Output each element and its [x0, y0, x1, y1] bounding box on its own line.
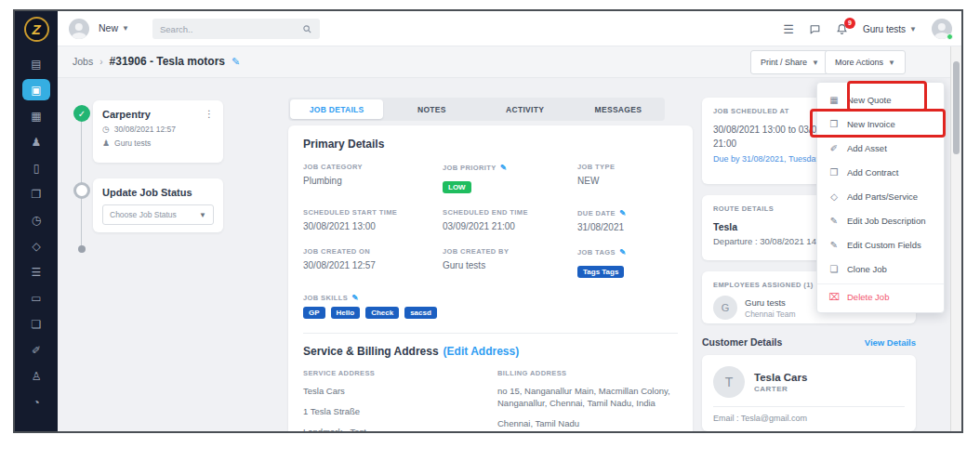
menu-label: Add Parts/Service — [847, 191, 918, 202]
menu-label: New Quote — [847, 95, 892, 105]
skill-badge: GP — [303, 307, 325, 319]
address-section-title: Service & Billing Address — [303, 345, 439, 358]
tab-job-details[interactable]: JOB DETAILS — [290, 99, 383, 119]
caret-down-icon: ▼ — [909, 25, 917, 33]
service-address-line: 1 Tesla Straße — [303, 406, 497, 418]
parts-tag-icon: ◇ — [828, 191, 840, 202]
detail-tabs: JOB DETAILS NOTES ACTIVITY MESSAGES — [288, 98, 665, 121]
search-icon[interactable] — [302, 24, 312, 34]
sidebar-item-assets-icon[interactable]: ✐ — [22, 339, 50, 361]
user-menu[interactable]: Guru tests ▼ — [863, 24, 917, 34]
menu-item-add-asset[interactable]: ✐ Add Asset — [817, 136, 944, 160]
edit-skills-icon[interactable]: ✎ — [351, 293, 359, 302]
card-divider — [713, 406, 905, 407]
edit-icon: ✎ — [828, 240, 840, 250]
menu-item-new-quote[interactable]: ▦ New Quote — [817, 87, 944, 112]
new-dropdown-button[interactable]: New ▼ — [99, 22, 129, 33]
sidebar-item-customers-icon[interactable]: ♟ — [22, 131, 50, 152]
skill-badge: Hello — [331, 307, 361, 319]
breadcrumb: Jobs › #31906 - Tesla motors ✎ — [73, 55, 240, 68]
menu-label: Add Contract — [847, 167, 898, 178]
notifications-bell-icon[interactable]: 9 — [836, 23, 848, 35]
person-icon: ♟ — [102, 138, 110, 148]
quick-avatar[interactable] — [69, 19, 89, 39]
customer-email: Email : Tesla@gmail.com — [713, 414, 905, 423]
kebab-menu-icon[interactable]: ⋮ — [205, 109, 214, 120]
sidebar-item-contracts-icon[interactable]: ❏ — [22, 313, 50, 335]
menu-label: Add Asset — [847, 143, 887, 153]
sidebar-item-parts-services-icon[interactable]: ◇ — [22, 235, 50, 257]
priority-badge: LOW — [443, 181, 471, 193]
menu-item-add-parts-service[interactable]: ◇ Add Parts/Service — [817, 184, 944, 208]
service-address-block: SERVICE ADDRESS Tesla Cars 1 Tesla Straß… — [303, 369, 497, 431]
user-avatar[interactable] — [932, 19, 952, 39]
edit-address-link[interactable]: (Edit Address) — [444, 345, 520, 358]
sidebar-item-timesheets-icon[interactable]: ◷ — [22, 209, 50, 230]
customer-details-heading: Customer Details — [702, 336, 782, 348]
sidebar-item-dispatch-board-icon[interactable]: ▦ — [22, 105, 50, 126]
board-view-icon[interactable]: ☰ — [783, 22, 794, 36]
menu-item-edit-custom-fields[interactable]: ✎ Edit Custom Fields — [817, 232, 944, 257]
job-details-panel: Primary Details JOB CATEGORY Plumbing JO… — [288, 125, 693, 431]
billing-address-line: no 15, Nanganallur Main, Macmillan Colon… — [497, 386, 678, 410]
sidebar-item-dashboard-icon[interactable]: ▤ — [22, 53, 50, 74]
caret-down-icon: ▼ — [812, 59, 819, 67]
sidebar-item-jobs-icon[interactable]: ▣ — [22, 79, 50, 100]
field-due-date: DUE DATE✎ 31/08/2021 — [577, 208, 678, 232]
edit-tags-icon[interactable]: ✎ — [619, 247, 627, 257]
asset-icon: ✐ — [828, 143, 840, 153]
menu-label: Delete Job — [847, 292, 889, 302]
field-job-category: JOB CATEGORY Plumbing — [303, 163, 443, 193]
caret-down-icon: ▼ — [888, 59, 895, 67]
menu-item-clone-job[interactable]: ❏ Clone Job — [817, 257, 944, 281]
primary-details-title: Primary Details — [303, 138, 678, 151]
skill-badge: Check — [365, 307, 399, 319]
chevron-down-icon: ▼ — [199, 211, 206, 219]
new-label: New — [99, 22, 118, 33]
page-title: #31906 - Tesla motors — [110, 55, 226, 68]
sidebar-item-knowledge-base-icon[interactable]: ❐ — [22, 183, 50, 204]
tab-notes[interactable]: NOTES — [385, 98, 478, 121]
menu-item-new-invoice[interactable]: ❒ New Invoice — [817, 112, 944, 136]
status-user: Guru tests — [114, 138, 151, 148]
edit-title-icon[interactable]: ✎ — [232, 56, 240, 68]
job-status-select[interactable]: Choose Job Status ▼ — [102, 204, 214, 225]
status-pending-node — [73, 182, 90, 199]
invoice-icon: ❒ — [828, 119, 840, 129]
global-search — [152, 19, 320, 39]
billing-address-line: Chennai, Tamil Nadu — [497, 418, 678, 430]
field-created-on: JOB CREATED ON 30/08/2021 12:57 — [303, 247, 443, 278]
main-content: ✓ Carpentry ⋮ ◷ 30/08/2021 12:57 ♟ Guru … — [58, 78, 950, 431]
sidebar-item-teams-icon[interactable]: ♙ — [22, 365, 50, 387]
search-input[interactable] — [160, 24, 302, 34]
edit-due-date-icon[interactable]: ✎ — [619, 208, 627, 217]
zuper-logo[interactable]: Z — [24, 17, 49, 42]
scrollbar-thumb[interactable] — [953, 61, 960, 154]
sidebar-item-invoices-icon[interactable]: ▯ — [22, 157, 50, 178]
more-actions-button[interactable]: More Actions ▼ — [825, 50, 906, 74]
edit-priority-icon[interactable]: ✎ — [500, 163, 508, 172]
online-status-dot — [947, 33, 953, 40]
menu-item-delete-job[interactable]: ⌧ Delete Job — [817, 283, 944, 308]
sidebar-item-time-clock-icon[interactable]: ◔ — [22, 391, 50, 413]
clock-icon: ◷ — [102, 125, 110, 134]
breadcrumb-separator: › — [99, 57, 102, 67]
chat-icon[interactable] — [809, 23, 821, 35]
status-complete-check-icon: ✓ — [73, 105, 90, 122]
customer-avatar: T — [713, 366, 745, 398]
app-window: Z ▤ ▣ ▦ ♟ ▯ ❐ ◷ ◇ ☰ ▭ ❏ ✐ ♙ ◔ New ▼ — [13, 9, 963, 433]
breadcrumb-jobs-link[interactable]: Jobs — [73, 56, 93, 67]
field-created-by: JOB CREATED BY Guru tests — [443, 247, 577, 278]
vertical-scrollbar[interactable] — [950, 46, 961, 431]
caret-down-icon: ▼ — [122, 24, 129, 33]
view-details-link[interactable]: View Details — [865, 337, 916, 348]
menu-item-add-contract[interactable]: ❐ Add Contract — [817, 160, 944, 184]
menu-item-edit-job-description[interactable]: ✎ Edit Job Description — [817, 208, 944, 232]
notification-count-badge: 9 — [844, 18, 855, 29]
print-share-button[interactable]: Print / Share ▼ — [750, 50, 829, 74]
tab-messages[interactable]: MESSAGES — [572, 98, 665, 121]
sidebar-item-quotes-icon[interactable]: ☰ — [22, 261, 50, 283]
section-divider — [303, 333, 678, 334]
sidebar-item-files-icon[interactable]: ▭ — [22, 287, 50, 309]
tab-activity[interactable]: ACTIVITY — [479, 98, 572, 121]
